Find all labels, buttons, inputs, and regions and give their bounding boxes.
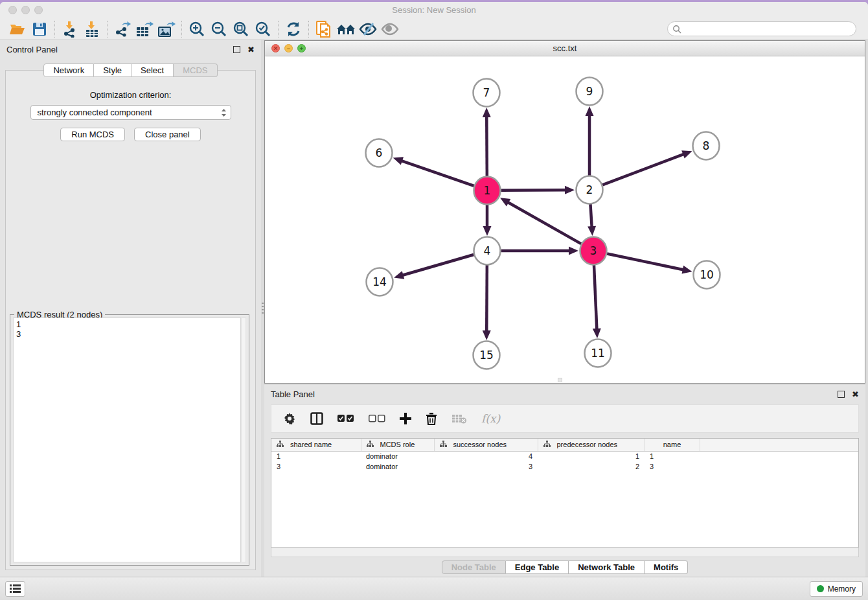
graph-edge-1-2[interactable] bbox=[501, 190, 566, 190]
column-header-MCDS-role[interactable]: MCDS role bbox=[361, 439, 434, 451]
graph-edge-3-11[interactable] bbox=[594, 264, 597, 330]
search-input[interactable] bbox=[667, 21, 856, 36]
node-label: 11 bbox=[591, 347, 605, 360]
network-zoom-button[interactable]: + bbox=[297, 44, 306, 52]
list-icon bbox=[10, 584, 21, 593]
canvas-resize-handle[interactable] bbox=[558, 378, 562, 382]
table-cell[interactable]: 4 bbox=[434, 451, 538, 461]
node-label: 7 bbox=[483, 86, 490, 99]
network-graph[interactable]: 1234678910111415 bbox=[265, 56, 865, 380]
tab-network-table[interactable]: Network Table bbox=[569, 560, 645, 574]
table-tabbar: Node Table Edge Table Network Table Moti… bbox=[264, 557, 865, 577]
node-table[interactable]: shared nameMCDS rolesuccessor nodesprede… bbox=[271, 438, 859, 548]
select-all-icon[interactable] bbox=[337, 415, 354, 422]
deselect-all-icon[interactable] bbox=[369, 415, 385, 422]
column-header-shared-name[interactable]: shared name bbox=[271, 439, 361, 451]
zoom-out-icon[interactable] bbox=[208, 20, 230, 38]
graph-edge-2-3[interactable] bbox=[590, 203, 591, 227]
float-table-panel-icon[interactable] bbox=[838, 391, 845, 398]
save-session-icon[interactable] bbox=[29, 20, 51, 38]
run-mcds-button[interactable]: Run MCDS bbox=[60, 128, 125, 141]
export-network-icon[interactable] bbox=[111, 20, 133, 38]
table-cell[interactable]: dominator bbox=[361, 461, 434, 472]
first-neighbors-icon[interactable] bbox=[335, 20, 357, 38]
table-options-icon[interactable] bbox=[283, 412, 296, 425]
edge-arrowhead bbox=[483, 108, 491, 117]
zoom-selected-icon[interactable] bbox=[252, 20, 274, 38]
toolbar-separator bbox=[54, 21, 55, 38]
network-canvas[interactable]: 1234678910111415 bbox=[265, 56, 865, 383]
control-panel-title: Control Panel bbox=[6, 45, 233, 54]
node-label: 14 bbox=[372, 275, 387, 288]
table-cell[interactable]: 1 bbox=[271, 451, 361, 461]
network-close-button[interactable]: ✕ bbox=[271, 44, 280, 52]
export-table-icon[interactable] bbox=[133, 20, 155, 38]
close-panel-button[interactable]: Close panel bbox=[134, 128, 201, 141]
tab-network[interactable]: Network bbox=[43, 63, 94, 77]
column-header-predecessor-nodes[interactable]: predecessor nodes bbox=[538, 439, 645, 451]
table-row[interactable]: 1dominator411 bbox=[271, 451, 858, 461]
table-scrollbar[interactable] bbox=[271, 548, 859, 557]
column-settings-icon[interactable] bbox=[310, 412, 323, 425]
tab-select[interactable]: Select bbox=[131, 63, 174, 77]
hide-selected-icon[interactable] bbox=[357, 20, 379, 38]
node-label: 15 bbox=[479, 349, 494, 362]
edge-arrowhead bbox=[586, 106, 594, 116]
import-network-icon[interactable] bbox=[59, 20, 81, 38]
table-row[interactable]: 3dominator323 bbox=[271, 461, 858, 472]
show-all-icon[interactable] bbox=[379, 20, 401, 38]
column-header-successor-nodes[interactable]: successor nodes bbox=[434, 439, 538, 451]
table-cell[interactable]: 3 bbox=[271, 461, 361, 472]
float-panel-icon[interactable] bbox=[233, 46, 240, 53]
edge-arrowhead bbox=[588, 226, 596, 236]
zoom-fit-icon[interactable] bbox=[230, 20, 252, 38]
graph-edge-4-14[interactable] bbox=[402, 255, 474, 275]
column-header-name[interactable]: name bbox=[645, 439, 700, 451]
graph-edge-1-6[interactable] bbox=[401, 161, 474, 186]
select-stepper-icon bbox=[221, 108, 227, 117]
close-panel-icon[interactable]: ✖ bbox=[247, 45, 255, 54]
refresh-view-icon[interactable] bbox=[282, 20, 304, 38]
memory-label: Memory bbox=[828, 584, 856, 594]
splitter-grip-icon bbox=[262, 303, 264, 314]
graph-edge-3-1[interactable] bbox=[507, 202, 581, 244]
toolbar-separator bbox=[308, 21, 309, 38]
toolbar-separator bbox=[181, 21, 182, 38]
open-session-icon[interactable] bbox=[6, 20, 29, 38]
app-window: Session: New Session bbox=[0, 2, 868, 600]
tab-node-table[interactable]: Node Table bbox=[442, 560, 506, 574]
mcds-result-text[interactable]: 1 3 bbox=[13, 317, 241, 562]
table-cell[interactable]: 1 bbox=[538, 451, 645, 461]
graph-edge-4-15[interactable] bbox=[486, 264, 487, 332]
graph-edge-2-8[interactable] bbox=[602, 154, 684, 185]
tab-edge-table[interactable]: Edge Table bbox=[506, 560, 569, 574]
optimization-criterion-select[interactable]: strongly connected component bbox=[30, 105, 231, 120]
delete-row-icon[interactable] bbox=[426, 412, 437, 425]
memory-button[interactable]: Memory bbox=[810, 581, 863, 597]
import-table-icon[interactable] bbox=[81, 20, 103, 38]
panel-splitter[interactable] bbox=[261, 40, 264, 577]
toolbar-separator bbox=[278, 21, 279, 38]
new-network-from-selection-icon[interactable] bbox=[313, 20, 335, 38]
table-panel: Table Panel ✖ bbox=[264, 385, 865, 577]
graph-edge-3-10[interactable] bbox=[607, 253, 684, 270]
task-history-button[interactable] bbox=[5, 581, 25, 597]
zoom-in-icon[interactable] bbox=[186, 20, 208, 38]
edge-arrowhead bbox=[393, 157, 404, 165]
table-cell[interactable]: 1 bbox=[645, 451, 700, 461]
network-minimize-button[interactable]: − bbox=[284, 44, 293, 52]
graph-edge-1-7[interactable] bbox=[486, 116, 487, 177]
add-row-icon[interactable] bbox=[400, 413, 411, 424]
table-cell[interactable]: 3 bbox=[645, 461, 700, 472]
mcds-result-scrollbar[interactable] bbox=[241, 317, 246, 562]
tab-style[interactable]: Style bbox=[94, 63, 131, 77]
close-table-panel-icon[interactable]: ✖ bbox=[852, 390, 859, 398]
table-cell[interactable]: 2 bbox=[538, 461, 645, 472]
tab-mcds[interactable]: MCDS bbox=[174, 63, 217, 77]
export-image-icon[interactable] bbox=[155, 20, 177, 38]
edge-arrowhead bbox=[483, 330, 491, 340]
tab-motifs[interactable]: Motifs bbox=[645, 560, 688, 574]
table-cell[interactable]: 3 bbox=[434, 461, 538, 472]
network-window-titlebar: ✕ − + scc.txt bbox=[265, 41, 865, 56]
table-cell[interactable]: dominator bbox=[361, 451, 434, 461]
